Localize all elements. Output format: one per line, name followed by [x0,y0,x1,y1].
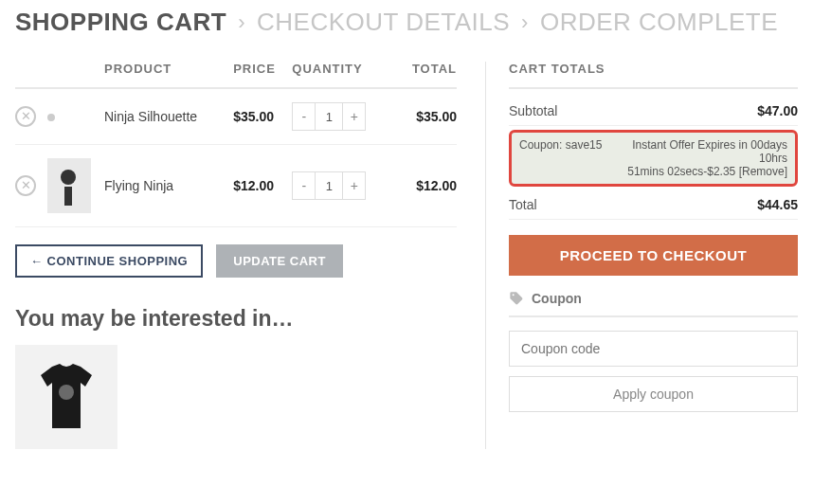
cart-row: ✕ Ninja Silhouette $35.00 - + $35.00 [15,88,457,145]
coupon-expiry-line2: 51mins 02secs [627,165,703,178]
qty-input[interactable] [316,172,342,199]
coupon-section-label: Coupon [509,291,798,317]
total-value: $44.65 [757,197,798,212]
product-thumb[interactable] [47,114,55,121]
row-total: $35.00 [395,88,457,145]
coupon-expiry-line1: Instant Offer Expires in 00days 10hrs [609,138,787,165]
coupon-code-input[interactable] [509,331,798,367]
remove-item-button[interactable]: ✕ [15,175,36,196]
remove-coupon-link[interactable]: [Remove] [739,165,787,178]
apply-coupon-button[interactable]: Apply coupon [509,376,798,412]
continue-shopping-button[interactable]: ← CONTINUE SHOPPING [15,244,203,278]
product-name[interactable]: Flying Ninja [104,145,233,227]
cart-table: PRODUCT PRICE QUANTITY TOTAL ✕ Ninja Sil… [15,62,457,227]
tshirt-icon [33,362,99,433]
coupon-applied-box: Coupon: save15 Instant Offer Expires in … [509,130,798,187]
cart-row: ✕ Flying Ninja $12.00 - + $12.00 [15,145,457,227]
product-price: $35.00 [233,88,292,145]
coupon-name: Coupon: save15 [519,138,602,178]
product-name[interactable]: Ninja Silhouette [104,88,233,145]
col-product: PRODUCT [104,62,233,88]
total-row: Total $44.65 [509,190,798,220]
proceed-checkout-button[interactable]: PROCEED TO CHECKOUT [509,235,798,276]
qty-plus-button[interactable]: + [342,172,365,199]
svg-point-0 [59,385,74,400]
tag-icon [509,291,524,306]
total-label: Total [509,197,537,212]
cart-totals-heading: CART TOTALS [509,62,798,89]
product-price: $12.00 [233,145,292,227]
suggested-product[interactable] [15,345,117,449]
breadcrumb-complete[interactable]: ORDER COMPLETE [540,8,778,37]
product-thumb[interactable] [47,158,91,213]
chevron-right-icon: › [238,10,245,35]
breadcrumb: SHOPPING CART › CHECKOUT DETAILS › ORDER… [15,8,798,37]
subtotal-row: Subtotal $47.00 [509,97,798,126]
qty-minus-button[interactable]: - [293,172,316,199]
qty-input[interactable] [316,103,342,130]
row-total: $12.00 [395,145,457,227]
qty-minus-button[interactable]: - [293,103,316,130]
qty-plus-button[interactable]: + [342,103,365,130]
update-cart-button[interactable]: UPDATE CART [216,244,343,278]
col-total: TOTAL [395,62,457,88]
subtotal-value: $47.00 [757,103,798,118]
coupon-discount: -$2.35 [703,165,735,178]
col-price: PRICE [233,62,292,88]
chevron-right-icon: › [521,10,529,35]
remove-item-button[interactable]: ✕ [15,106,36,127]
quantity-stepper[interactable]: - + [292,102,366,131]
interest-heading: You may be interested in… [15,306,457,332]
breadcrumb-cart[interactable]: SHOPPING CART [15,8,226,37]
breadcrumb-checkout[interactable]: CHECKOUT DETAILS [257,8,510,37]
quantity-stepper[interactable]: - + [292,171,366,200]
subtotal-label: Subtotal [509,103,557,118]
col-quantity: QUANTITY [292,62,394,88]
